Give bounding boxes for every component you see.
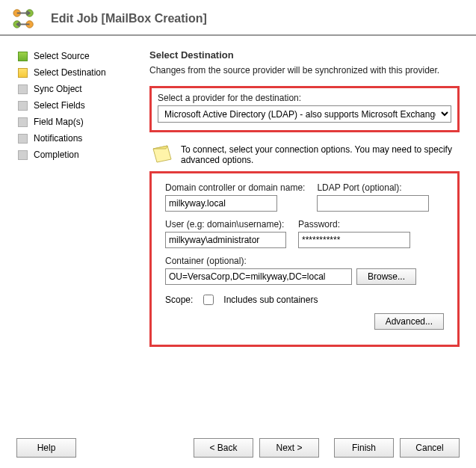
scope-label: Scope: [165,295,193,305]
nav-completion[interactable]: Completion [18,150,142,160]
nav-select-fields[interactable]: Select Fields [18,100,142,111]
nav-status-icon [18,68,28,78]
ldap-port-input[interactable] [317,195,429,212]
nav-label: Completion [34,150,79,160]
header: Edit Job [MailBox Creation] [0,0,476,36]
nav-status-icon [18,134,28,144]
nav-sync-object[interactable]: Sync Object [18,84,142,94]
connection-instructions: To connect, select your connection optio… [181,144,452,165]
window-title: Edit Job [MailBox Creation] [51,12,207,25]
nav-status-icon [18,150,28,160]
provider-select[interactable]: Microsoft Active Directory (LDAP) - also… [158,105,451,123]
note-icon [151,144,173,164]
page-subtext: Changes from the source provider will be… [149,65,460,76]
advanced-button[interactable]: Advanced... [374,313,444,330]
domain-input[interactable] [165,195,277,212]
nav-status-icon [18,52,28,61]
connection-section: To connect, select your connection optio… [149,140,460,347]
cancel-button[interactable]: Cancel [400,438,460,458]
nav-label: Sync Object [34,84,82,94]
provider-highlight: Select a provider for the destination: M… [149,86,460,132]
user-input[interactable] [165,232,286,248]
sub-containers-checkbox[interactable] [203,295,214,305]
user-label: User (e.g: domain\username): [165,219,286,230]
provider-label: Select a provider for the destination: [158,93,451,103]
domain-label: Domain controller or domain name: [165,182,305,193]
nav-label: Select Destination [34,67,106,78]
nav-label: Notifications [34,133,82,144]
container-input[interactable] [165,268,352,285]
nav-label: Select Fields [34,100,85,111]
nav-status-icon [18,84,28,94]
nav-select-destination[interactable]: Select Destination [18,67,142,78]
back-button[interactable]: < Back [194,438,253,458]
password-input[interactable] [298,232,410,248]
app-logo-icon [10,7,39,30]
sub-containers-label: Includes sub containers [223,295,318,305]
main-panel: Select Destination Changes from the sour… [142,42,476,354]
help-button[interactable]: Help [16,438,76,458]
ldap-port-label: LDAP Port (optional): [317,182,429,193]
wizard-footer: Help < Back Next > Finish Cancel [0,438,476,458]
next-button[interactable]: Next > [259,438,319,458]
browse-button[interactable]: Browse... [356,268,416,285]
nav-label: Select Source [34,51,90,61]
password-label: Password: [298,219,410,230]
nav-label: Field Map(s) [34,117,84,127]
nav-notifications[interactable]: Notifications [18,133,142,144]
nav-field-maps[interactable]: Field Map(s) [18,117,142,127]
nav-select-source[interactable]: Select Source [18,51,142,61]
page-heading: Select Destination [149,49,460,61]
nav-status-icon [18,101,28,111]
finish-button[interactable]: Finish [334,438,394,458]
wizard-nav: Select Source Select Destination Sync Ob… [0,42,142,354]
nav-status-icon [18,117,28,127]
connection-highlight: Domain controller or domain name: LDAP P… [149,171,460,347]
container-label: Container (optional): [165,256,444,266]
